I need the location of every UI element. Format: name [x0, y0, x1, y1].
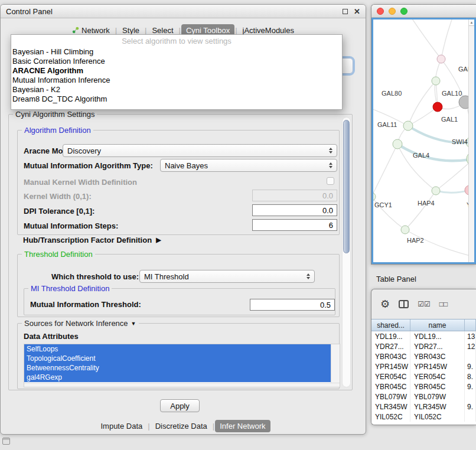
algorithm-definition-title: Algorithm Definition [22, 126, 93, 135]
table-row[interactable]: YBR045CYBR045C9. [371, 381, 476, 392]
hub-definition-toggle[interactable]: Hub/Transcription Factor Definition ▶ [23, 236, 161, 244]
aracne-mode-value: Discovery [67, 146, 101, 155]
minimized-panel-icon[interactable] [2, 438, 10, 445]
data-attribute-item[interactable]: SelfLoops [24, 344, 331, 354]
network-node[interactable] [373, 193, 376, 201]
tab-label: Cyni Toolbox [186, 26, 230, 35]
table-row[interactable]: YDR27...YDR27...12 [371, 341, 476, 351]
collapse-down-icon[interactable]: ▼ [131, 321, 136, 327]
table-cell: YBR043C [410, 351, 465, 361]
network-edge[interactable] [409, 19, 441, 59]
table-cell: YDL19... [410, 331, 465, 341]
network-node[interactable] [401, 226, 409, 234]
table-row[interactable]: YPR145WYPR145W9. [371, 361, 476, 371]
data-attributes-list[interactable]: SelfLoopsTopologicalCoefficientBetweenne… [24, 344, 340, 387]
column-header[interactable] [465, 319, 476, 331]
network-edge[interactable] [373, 144, 397, 197]
table-cell: YDR27... [371, 341, 410, 351]
column-header[interactable]: shared... [371, 319, 410, 331]
algorithm-option[interactable]: Bayesian - Hill Climbing [11, 47, 342, 57]
node-label: HAP2 [407, 237, 424, 244]
network-edge[interactable] [397, 144, 468, 161]
float-window-icon[interactable] [343, 9, 348, 14]
attributes-horizontal-scrollbar[interactable] [24, 383, 340, 387]
zoom-traffic-light-icon[interactable] [400, 8, 407, 15]
bottom-tab-discretize-data[interactable]: Discretize Data [151, 420, 212, 432]
close-traffic-light-icon[interactable] [377, 8, 384, 15]
table-row[interactable]: YLR345WYLR345W9. [371, 402, 476, 412]
table-header-row: shared...name [371, 319, 476, 331]
network-edge[interactable] [397, 144, 436, 191]
minimize-traffic-light-icon[interactable] [389, 8, 396, 15]
scroll-up-arrow-icon[interactable]: ▲ [469, 19, 474, 26]
network-node[interactable] [432, 187, 440, 195]
apply-button[interactable]: Apply [160, 399, 200, 412]
cyni-algorithm-settings-group: Cyni Algorithm Settings Algorithm Defini… [8, 114, 353, 390]
close-icon[interactable]: ✕ [354, 8, 360, 15]
table-row[interactable]: YBL079WYBL079W [371, 392, 476, 402]
table-row[interactable]: YDL19...YDL19...13 [371, 331, 476, 341]
network-titlebar[interactable] [371, 5, 476, 18]
kernel-width-label: Kernel Width (0,1): [24, 192, 92, 201]
sources-group-title: Sources for Network Inference ▼ [22, 319, 139, 328]
select-all-rows-icon[interactable]: ☑☑ [418, 300, 431, 308]
table-cell [465, 392, 476, 402]
table-cell: YPR145W [371, 361, 410, 371]
network-edge[interactable] [436, 190, 468, 193]
algorithm-option[interactable]: Bayesian - K2 [11, 85, 342, 94]
clear-selection-icon[interactable]: □□ [439, 300, 448, 308]
network-edge[interactable] [405, 191, 436, 230]
attributes-vertical-scrollbar[interactable] [331, 344, 340, 383]
tab-divider: | [234, 26, 237, 35]
threshold-definition-title: Threshold Definition [22, 250, 95, 259]
table-cell: YPR145W [410, 361, 465, 371]
algorithm-dropdown-popup: Select algorithm to view settings Bayesi… [11, 34, 343, 110]
table-row[interactable]: YBR043CYBR043C [371, 351, 476, 361]
network-edge[interactable] [436, 159, 468, 191]
table-cell: YIL052C [371, 412, 410, 422]
control-panel-titlebar[interactable]: Control Panel ✕ [1, 5, 366, 18]
dpi-tolerance-field[interactable] [252, 204, 337, 216]
data-attribute-item[interactable]: gal4RGexp [24, 373, 331, 382]
mi-type-combo[interactable]: Naive Bayes [160, 159, 337, 172]
mi-threshold-title: MI Threshold Definition [28, 284, 112, 293]
table-row[interactable]: YIL052CYIL052C [371, 412, 476, 422]
network-node[interactable] [437, 55, 445, 63]
settings-scrollbar[interactable] [342, 117, 351, 387]
network-node[interactable] [459, 96, 468, 109]
network-vertical-scrollbar[interactable]: ▲ [468, 19, 474, 262]
which-threshold-combo[interactable]: MI Threshold [139, 270, 315, 283]
network-node[interactable] [433, 102, 442, 112]
network-edge[interactable] [441, 19, 454, 59]
network-node[interactable] [432, 77, 440, 85]
algorithm-option[interactable]: Mutual Information Inference [11, 76, 342, 85]
network-edge[interactable] [408, 81, 436, 126]
scrollbar-thumb[interactable] [343, 120, 350, 253]
data-attribute-item[interactable]: TopologicalCoefficient [24, 354, 331, 363]
bottom-tab-infer-network[interactable]: Infer Network [215, 420, 270, 432]
node-label: GAL1 [441, 116, 458, 123]
algorithm-option[interactable]: Basic Correlation Inference [11, 57, 342, 66]
columns-icon[interactable] [399, 300, 409, 308]
algorithm-option[interactable]: Dream8 DC_TDC Algorithm [11, 94, 342, 104]
table-cell: YER054C [371, 371, 410, 381]
mi-steps-field[interactable] [252, 219, 337, 231]
tab-label: jActiveModules [243, 26, 294, 35]
column-header[interactable]: name [410, 319, 465, 331]
collapse-right-icon: ▶ [156, 236, 161, 244]
network-node[interactable] [393, 139, 402, 149]
network-node[interactable] [403, 121, 413, 131]
network-canvas[interactable]: GALGAL80GAL10GAL11GAL1SWI4GAL4GCY1HAP4HA… [371, 18, 476, 264]
bottom-tab-impute-data[interactable]: Impute Data [96, 420, 147, 432]
data-attribute-item[interactable]: BetweennessCentrality [24, 363, 331, 373]
mi-threshold-field[interactable] [250, 299, 335, 311]
table-cell: YDL19... [371, 331, 410, 341]
table-row[interactable]: YER054CYER054C8. [371, 371, 476, 381]
network-graph[interactable]: GALGAL80GAL10GAL11GAL1SWI4GAL4GCY1HAP4HA… [373, 19, 468, 263]
gear-icon[interactable]: ⚙ [380, 299, 390, 309]
aracne-mode-combo[interactable]: Discovery [63, 144, 337, 157]
combo-stepper-icon [329, 148, 332, 154]
manual-kernel-checkbox[interactable] [327, 177, 334, 185]
tab-label: Style [122, 26, 139, 35]
algorithm-option[interactable]: ARACNE Algorithm [11, 66, 342, 76]
